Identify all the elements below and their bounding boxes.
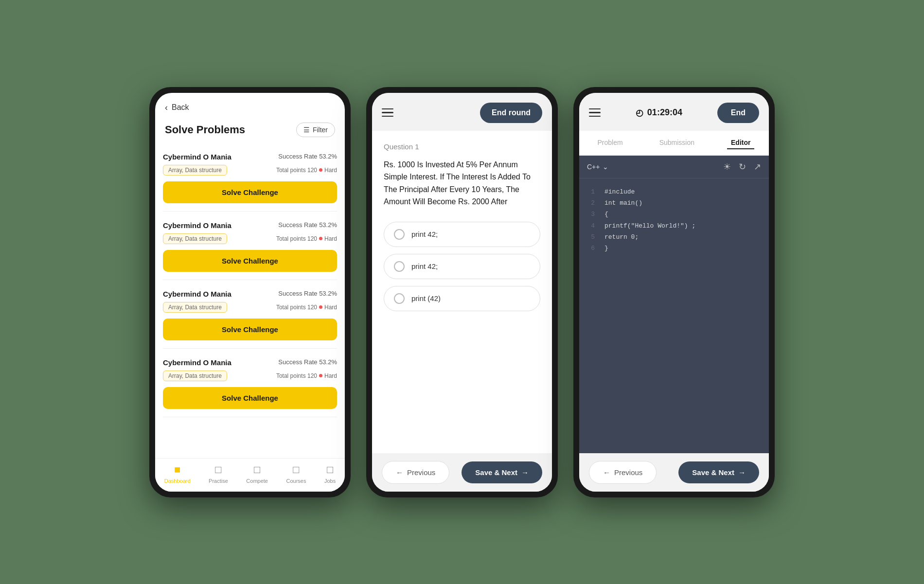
compete-icon: □ xyxy=(254,463,260,476)
p3-previous-label: Previous xyxy=(614,468,642,477)
p3-next-arrow-icon: → xyxy=(738,468,746,477)
tab-submission[interactable]: Submission xyxy=(656,137,698,149)
card-tag-1: Array, Data structure xyxy=(163,233,227,244)
code-line-5: 6 } xyxy=(587,243,761,254)
code-line-4: 5 return 0; xyxy=(587,231,761,243)
challenges-list: Cybermind O Mania Success Rate 53.2% Arr… xyxy=(155,145,345,458)
card-tags-row-2: Array, Data structure Total points 120 H… xyxy=(163,302,337,313)
language-selector[interactable]: C++ ⌄ xyxy=(587,163,608,171)
nav-jobs[interactable]: □ Jobs xyxy=(324,463,336,484)
p3-save-next-button[interactable]: Save & Next → xyxy=(678,461,759,483)
line-code-0: #include xyxy=(604,186,635,197)
card-tag-0: Array, Data structure xyxy=(163,165,227,176)
code-area[interactable]: 1 #include 2 int main() 3 { 4 printf("He… xyxy=(579,178,769,453)
p3-save-next-label: Save & Next xyxy=(692,468,734,477)
code-line-3: 4 printf("Hello World!") ; xyxy=(587,220,761,231)
option-text-1: print 42; xyxy=(411,262,438,270)
card-tags-row-3: Array, Data structure Total points 120 H… xyxy=(163,371,337,381)
phone-3: ◴ 01:29:04 End Problem Submission Editor xyxy=(573,87,775,497)
line-code-4: return 0; xyxy=(604,231,639,243)
line-code-5: } xyxy=(604,243,608,254)
filter-label: Filter xyxy=(313,126,328,134)
question-text: Rs. 1000 Is Invested At 5% Per Annum Sim… xyxy=(384,159,540,208)
solve-challenge-button-3[interactable]: Solve Challenge xyxy=(163,387,337,409)
expand-icon[interactable]: ↗ xyxy=(754,161,761,172)
nav-practise-label: Practise xyxy=(209,478,228,484)
nav-dashboard[interactable]: ■ Dashboard xyxy=(164,463,191,484)
nav-compete-label: Compete xyxy=(246,478,268,484)
card-name-0: Cybermind O Mania xyxy=(163,153,231,161)
card-tag-3: Array, Data structure xyxy=(163,371,227,381)
option-item-0[interactable]: print 42; xyxy=(384,222,540,247)
card-rate-0: Success Rate 53.2% xyxy=(278,153,337,160)
theme-icon[interactable]: ☀ xyxy=(723,161,731,172)
solve-challenge-button-0[interactable]: Solve Challenge xyxy=(163,181,337,203)
card-top-3: Cybermind O Mania Success Rate 53.2% xyxy=(163,358,337,367)
dashboard-icon: ■ xyxy=(174,463,180,476)
difficulty-dot-3 xyxy=(319,374,322,377)
code-line-0: 1 #include xyxy=(587,186,761,197)
p3-previous-button[interactable]: ← Previous xyxy=(589,461,657,484)
tab-problem[interactable]: Problem xyxy=(594,137,627,149)
card-top-1: Cybermind O Mania Success Rate 53.2% xyxy=(163,221,337,230)
difficulty-dot-2 xyxy=(319,305,322,309)
solve-challenge-button-1[interactable]: Solve Challenge xyxy=(163,250,337,272)
filter-button[interactable]: ☰ Filter xyxy=(296,123,335,137)
nav-compete[interactable]: □ Compete xyxy=(246,463,268,484)
card-top-0: Cybermind O Mania Success Rate 53.2% xyxy=(163,153,337,161)
question-label: Question 1 xyxy=(384,142,540,151)
option-text-2: print (42) xyxy=(411,294,441,302)
line-code-1: int main() xyxy=(604,197,642,209)
timer-area: ◴ 01:29:04 xyxy=(636,107,682,118)
nav-practise[interactable]: □ Practise xyxy=(209,463,228,484)
phone-1: ‹ Back Solve Problems ☰ Filter Cybermind… xyxy=(149,87,351,497)
language-label: C++ xyxy=(587,163,600,171)
jobs-icon: □ xyxy=(327,463,333,476)
end-button[interactable]: End xyxy=(717,103,759,123)
page-title: Solve Problems xyxy=(165,124,245,136)
p2-footer: ← Previous Save & Next → xyxy=(372,453,552,492)
editor-action-icons: ☀ ↻ ↗ xyxy=(723,161,761,172)
p2-header: End round xyxy=(372,93,552,131)
p1-header: ‹ Back xyxy=(155,93,345,118)
option-radio-2 xyxy=(394,293,405,304)
chevron-down-icon: ⌄ xyxy=(603,163,608,171)
challenge-card: Cybermind O Mania Success Rate 53.2% Arr… xyxy=(163,282,337,349)
p3-prev-arrow-icon: ← xyxy=(603,468,610,477)
nav-courses[interactable]: □ Courses xyxy=(286,463,306,484)
p3-hamburger-menu[interactable] xyxy=(589,108,601,117)
card-name-2: Cybermind O Mania xyxy=(163,290,231,298)
difficulty-dot-1 xyxy=(319,237,322,240)
p1-title-row: Solve Problems ☰ Filter xyxy=(155,118,345,145)
refresh-icon[interactable]: ↻ xyxy=(739,161,746,172)
end-round-button[interactable]: End round xyxy=(480,103,542,123)
card-meta-1: Total points 120 Hard xyxy=(276,235,337,242)
back-button[interactable]: Back xyxy=(172,103,189,112)
card-tag-2: Array, Data structure xyxy=(163,302,227,313)
phone-2: End round Question 1 Rs. 1000 Is Investe… xyxy=(366,87,558,497)
card-rate-3: Success Rate 53.2% xyxy=(278,358,337,366)
save-next-button[interactable]: Save & Next → xyxy=(462,461,542,483)
next-arrow-icon: → xyxy=(521,468,529,477)
card-rate-1: Success Rate 53.2% xyxy=(278,221,337,229)
previous-button[interactable]: ← Previous xyxy=(382,461,449,484)
code-editor[interactable]: C++ ⌄ ☀ ↻ ↗ 1 #include 2 xyxy=(579,156,769,453)
code-line-1: 2 int main() xyxy=(587,197,761,209)
p3-footer: ← Previous Save & Next → xyxy=(579,453,769,492)
nav-courses-label: Courses xyxy=(286,478,306,484)
bottom-nav: ■ Dashboard □ Practise □ Compete □ Cours… xyxy=(155,458,345,492)
option-item-1[interactable]: print 42; xyxy=(384,254,540,279)
option-radio-0 xyxy=(394,229,405,240)
hamburger-menu[interactable] xyxy=(382,108,393,117)
line-num-0: 1 xyxy=(587,186,595,197)
tab-editor[interactable]: Editor xyxy=(727,137,754,149)
line-code-2: { xyxy=(604,209,608,220)
card-name-1: Cybermind O Mania xyxy=(163,221,231,230)
line-num-3: 4 xyxy=(587,220,595,231)
option-item-2[interactable]: print (42) xyxy=(384,286,540,311)
solve-challenge-button-2[interactable]: Solve Challenge xyxy=(163,319,337,340)
back-arrow-icon[interactable]: ‹ xyxy=(165,103,168,113)
difficulty-dot-0 xyxy=(319,168,322,172)
nav-jobs-label: Jobs xyxy=(324,478,336,484)
card-tags-row-0: Array, Data structure Total points 120 H… xyxy=(163,165,337,176)
